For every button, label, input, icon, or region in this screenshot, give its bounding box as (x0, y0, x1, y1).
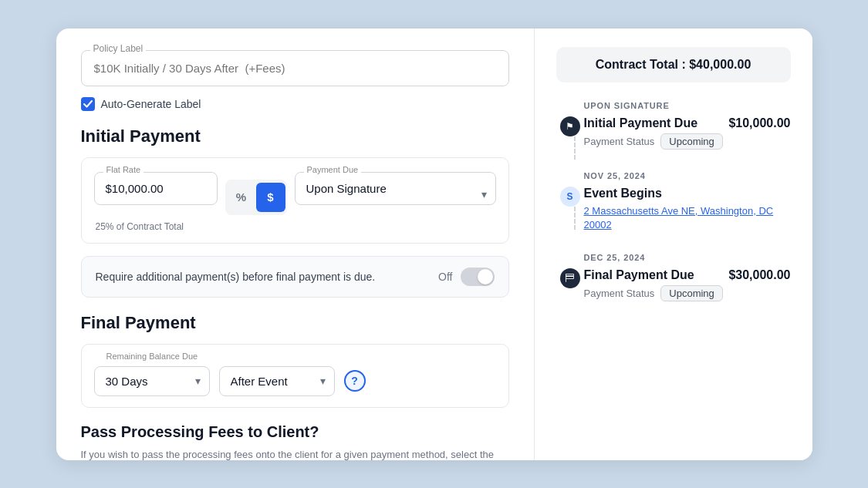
toggle-row: Off (438, 268, 494, 286)
after-event-select-wrapper: After Event Before Event ▾ (219, 366, 335, 396)
toggle-knob (478, 269, 493, 284)
initial-status-label: Payment Status (584, 136, 655, 147)
require-additional-text: Require additional payment(s) before fin… (96, 271, 376, 283)
initial-payment-box: Flat Rate $10,000.00 % $ Payment Due Upo… (81, 157, 509, 244)
final-payment-label: Final Payment Due (584, 268, 694, 282)
final-status-row: Payment Status Upcoming (584, 285, 791, 301)
balance-selects-row: 30 Days 60 Days 90 Days ▾ After Event Be… (94, 366, 496, 396)
policy-label-group: Policy Label (81, 50, 509, 86)
section-label-dec: DEC 25, 2024 (584, 253, 791, 262)
event-location[interactable]: 2 Massachusetts Ave NE, Washington, DC 2… (584, 205, 774, 231)
policy-label-legend: Policy Label (90, 43, 147, 54)
auto-generate-row: Auto-Generate Label (81, 97, 509, 111)
require-additional-toggle[interactable] (461, 268, 495, 286)
timeline-content-3: Final Payment Due $30,000.00 Payment Sta… (584, 268, 791, 317)
event-begins-title: Event Begins (584, 187, 791, 200)
pct-dollar-toggle: % $ (225, 180, 287, 215)
flat-rate-row: Flat Rate $10,000.00 % $ Payment Due Upo… (94, 172, 496, 215)
pass-fees-description: If you wish to pass the processing fees … (81, 447, 509, 460)
final-status-badge: Upcoming (660, 285, 723, 301)
flat-rate-value[interactable]: $10,000.00 (94, 172, 218, 205)
final-payment-row: Final Payment Due $30,000.00 (584, 268, 791, 282)
final-status-label: Payment Status (584, 288, 655, 299)
left-panel: Policy Label Auto-Generate Label Initial… (56, 29, 535, 460)
initial-payment-label: Initial Payment Due (584, 116, 698, 130)
auto-generate-label: Auto-Generate Label (101, 98, 201, 110)
remaining-balance-row: Remaining Balance Due 30 Days 60 Days 90… (81, 344, 509, 408)
flat-rate-label: Flat Rate (103, 165, 144, 174)
final-payment-title: Final Payment (81, 313, 509, 333)
days-select[interactable]: 30 Days 60 Days 90 Days (94, 366, 210, 396)
timeline-icon-col-3: ⛿ (556, 268, 584, 288)
help-icon[interactable]: ? (344, 370, 366, 392)
toggle-off-label: Off (438, 271, 452, 283)
percent-of-total: 25% of Contract Total (94, 221, 496, 232)
timeline-content-1: Initial Payment Due $10,000.00 Payment S… (584, 116, 791, 165)
timeline-icon-col-2: S (556, 187, 584, 230)
days-select-wrapper: 30 Days 60 Days 90 Days ▾ (94, 366, 210, 396)
require-additional-row: Require additional payment(s) before fin… (81, 256, 509, 298)
main-card: Policy Label Auto-Generate Label Initial… (56, 29, 812, 460)
payment-due-group: Payment Due Upon Signature 30 Days Befor… (295, 172, 496, 205)
venue-icon: S (560, 187, 580, 207)
pass-fees-title: Pass Processing Fees to Client? (81, 423, 509, 441)
contract-total-box: Contract Total : $40,000.00 (556, 47, 791, 82)
after-event-select[interactable]: After Event Before Event (219, 366, 335, 396)
timeline-item-3: ⛿ Final Payment Due $30,000.00 Payment S… (556, 268, 791, 317)
remaining-balance-legend: Remaining Balance Due (103, 352, 201, 361)
flag-checkered-icon: ⛿ (560, 268, 580, 288)
initial-payment-amount: $10,000.00 (728, 116, 790, 130)
connector-2 (574, 207, 576, 230)
section-label-nov: NOV 25, 2024 (584, 171, 791, 180)
policy-label-input[interactable] (81, 50, 509, 86)
dollar-toggle-btn[interactable]: $ (256, 183, 285, 212)
timeline: UPON SIGNATURE ⚑ Initial Payment Due $10… (556, 101, 791, 317)
payment-due-select[interactable]: Upon Signature 30 Days Before 30 Days Af… (295, 172, 496, 205)
section-label-signature: UPON SIGNATURE (584, 101, 791, 110)
initial-payment-title: Initial Payment (81, 126, 509, 146)
percent-toggle-btn[interactable]: % (227, 183, 256, 212)
initial-status-badge: Upcoming (660, 133, 723, 150)
timeline-content-2: Event Begins 2 Massachusetts Ave NE, Was… (584, 187, 791, 247)
timeline-item-2: S Event Begins 2 Massachusetts Ave NE, W… (556, 187, 791, 247)
initial-payment-row: Initial Payment Due $10,000.00 (584, 116, 791, 130)
flat-rate-group: Flat Rate $10,000.00 (94, 172, 218, 205)
final-payment-amount: $30,000.00 (728, 268, 790, 282)
auto-generate-checkbox[interactable] (81, 97, 95, 111)
timeline-item-1: ⚑ Initial Payment Due $10,000.00 Payment… (556, 116, 791, 165)
payment-due-label: Payment Due (304, 165, 362, 174)
flag-icon-1: ⚑ (560, 116, 580, 136)
right-panel: Contract Total : $40,000.00 UPON SIGNATU… (535, 29, 812, 460)
initial-status-row: Payment Status Upcoming (584, 133, 791, 150)
connector-1 (574, 136, 576, 160)
timeline-icon-col-1: ⚑ (556, 116, 584, 160)
